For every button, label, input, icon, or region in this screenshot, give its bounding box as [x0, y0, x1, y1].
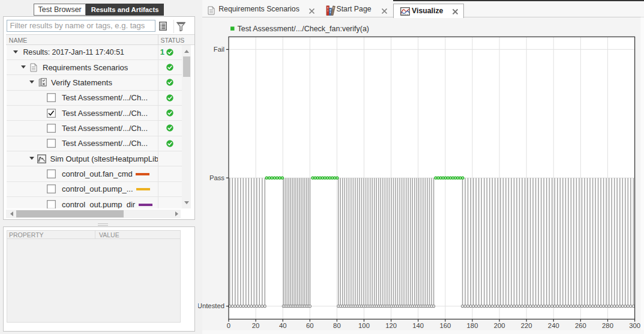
svg-text:100: 100 [358, 322, 370, 329]
svg-text:180: 180 [467, 322, 478, 329]
svg-text:280: 280 [602, 322, 613, 329]
svg-text:200: 200 [494, 322, 505, 329]
svg-text:120: 120 [385, 322, 397, 329]
svg-text:240: 240 [548, 322, 559, 329]
svg-text:Fail: Fail [214, 46, 224, 53]
svg-text:260: 260 [575, 322, 586, 329]
svg-text:300: 300 [629, 322, 640, 329]
svg-text:160: 160 [439, 322, 451, 329]
svg-text:Pass: Pass [209, 174, 224, 181]
svg-text:220: 220 [521, 322, 532, 329]
svg-text:40: 40 [279, 322, 287, 329]
svg-text:0: 0 [227, 322, 230, 329]
svg-text:Untested: Untested [198, 302, 224, 309]
svg-text:80: 80 [333, 322, 341, 329]
svg-text:20: 20 [252, 322, 260, 329]
svg-text:140: 140 [412, 322, 424, 329]
svg-text:Test Assessment/.../Check_fan:: Test Assessment/.../Check_fan:verify(a) [238, 25, 370, 33]
svg-text:60: 60 [306, 322, 314, 329]
